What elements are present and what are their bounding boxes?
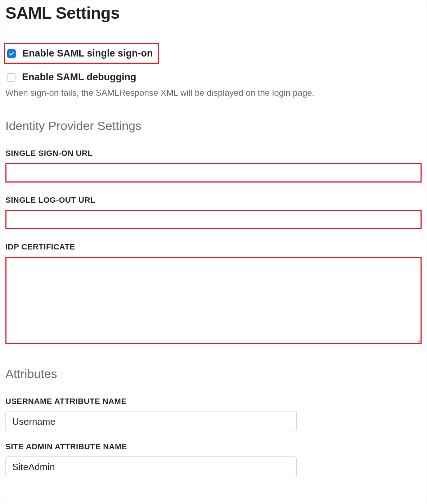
- enable-saml-sso-checkbox[interactable]: [7, 49, 16, 58]
- username-attr-input[interactable]: [5, 411, 297, 432]
- enable-saml-debug-row[interactable]: Enable SAML debugging: [5, 72, 422, 83]
- settings-panel: SAML Settings Enable SAML single sign-on…: [0, 0, 427, 504]
- username-attr-label: USERNAME ATTRIBUTE NAME: [5, 397, 422, 406]
- site-admin-attr-field-group: SITE ADMIN ATTRIBUTE NAME: [5, 442, 422, 477]
- sso-url-label: SINGLE SIGN-ON URL: [5, 149, 422, 158]
- slo-url-label: SINGLE LOG-OUT URL: [5, 195, 422, 205]
- check-icon: [9, 51, 14, 57]
- username-attr-field-group: USERNAME ATTRIBUTE NAME: [5, 397, 422, 432]
- enable-saml-sso-label: Enable SAML single sign-on: [22, 48, 153, 59]
- enable-saml-debug-label: Enable SAML debugging: [22, 72, 136, 83]
- site-admin-attr-input[interactable]: [5, 456, 297, 477]
- slo-url-field-group: SINGLE LOG-OUT URL: [5, 195, 422, 229]
- sso-url-input[interactable]: [5, 163, 422, 183]
- page-title: SAML Settings: [5, 0, 422, 27]
- sso-url-field-group: SINGLE SIGN-ON URL: [5, 149, 422, 183]
- idp-section-heading: Identity Provider Settings: [5, 119, 422, 133]
- idp-cert-field-group: IDP CERTIFICATE: [5, 242, 422, 345]
- enable-saml-sso-row[interactable]: Enable SAML single sign-on: [4, 43, 159, 64]
- debug-help-text: When sign-on fails, the SAMLResponse XML…: [5, 88, 422, 98]
- site-admin-attr-label: SITE ADMIN ATTRIBUTE NAME: [5, 442, 422, 451]
- idp-cert-textarea[interactable]: [5, 257, 422, 344]
- idp-cert-label: IDP CERTIFICATE: [5, 242, 422, 252]
- title-divider: [5, 27, 422, 27]
- attributes-section-heading: Attributes: [5, 367, 422, 381]
- slo-url-input[interactable]: [5, 210, 422, 229]
- enable-saml-debug-checkbox[interactable]: [7, 73, 15, 82]
